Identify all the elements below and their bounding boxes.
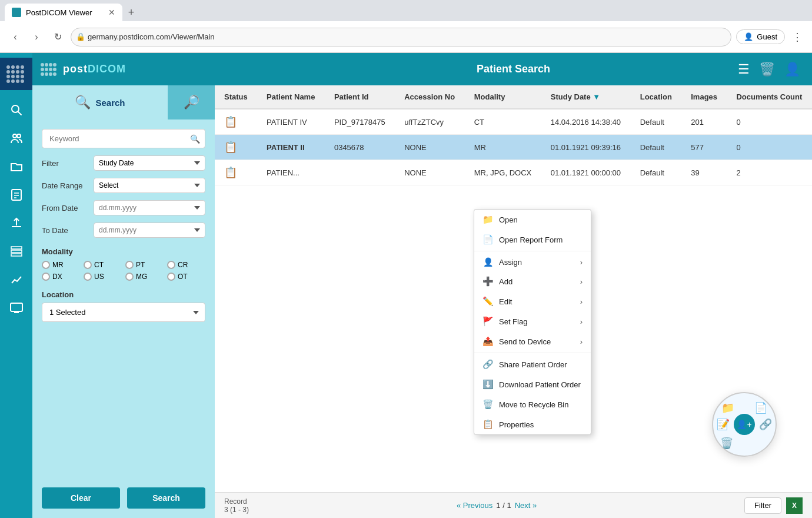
ctx-open-report[interactable]: 📄 Open Report Form	[474, 230, 591, 250]
ctx-assign-label: Assign	[499, 258, 522, 267]
browser-tab[interactable]: PostDICOM Viewer ✕	[5, 4, 122, 21]
table-footer: Record 3 (1 - 3) « Previous 1 / 1 Next »…	[215, 492, 812, 518]
tab-bar: PostDICOM Viewer ✕ +	[0, 0, 812, 21]
header-delete-icon[interactable]: 🗑️	[759, 62, 775, 77]
search-tab-icon: 🔍	[75, 95, 91, 110]
sidebar-list-icon[interactable]	[4, 238, 29, 264]
pagination: « Previous 1 / 1 Next »	[457, 501, 537, 510]
table-row[interactable]: 📋 PATIENT IV PID_97178475 uffTzZTCvy CT …	[215, 109, 812, 135]
reload-btn[interactable]: ↻	[49, 29, 66, 45]
col-patient-id[interactable]: Patient Id	[325, 85, 395, 109]
more-options-btn[interactable]: ⋮	[790, 28, 805, 46]
filter-row: Filter Study Date Study Date Upload Date	[42, 155, 205, 171]
cell-documents: 0	[727, 135, 812, 160]
modality-mr-radio[interactable]	[42, 261, 50, 269]
cell-accession-no: uffTzZTCvy	[395, 109, 465, 135]
back-btn[interactable]: ‹	[7, 29, 24, 45]
ctx-add[interactable]: ➕ Add ›	[474, 271, 591, 291]
ctx-open-report-label: Open Report Form	[499, 235, 563, 244]
date-range-label: Date Range	[42, 181, 89, 190]
sidebar-users-icon[interactable]	[4, 125, 29, 151]
wheel-share-icon[interactable]: 🔗	[759, 418, 772, 431]
wheel-delete-icon[interactable]: 🗑️	[720, 437, 733, 450]
tab-favicon	[12, 8, 21, 17]
location-label: Location	[42, 290, 205, 299]
from-date-input[interactable]	[94, 200, 205, 215]
ctx-recycle[interactable]: 🗑️ Move to Recycle Bin	[474, 394, 591, 414]
clear-button[interactable]: Clear	[42, 487, 120, 509]
patient-table: Status Patient Name Patient Id Accession…	[215, 85, 812, 185]
lock-icon: 🔒	[76, 32, 85, 41]
col-study-date[interactable]: Study Date ▼	[541, 85, 631, 109]
browser-nav: ‹ › ↻ 🔒 germany.postdicom.com/Viewer/Mai…	[0, 21, 812, 53]
sidebar-monitor-icon[interactable]	[4, 295, 29, 321]
modality-us-radio[interactable]	[84, 273, 92, 281]
sidebar-upload-icon[interactable]	[4, 210, 29, 236]
col-status: Status	[215, 85, 257, 109]
ctx-assign[interactable]: 👤 Assign ›	[474, 253, 591, 271]
excel-btn[interactable]: X	[786, 497, 803, 514]
keyword-search-icon[interactable]: 🔍	[190, 134, 200, 144]
ctx-share[interactable]: 🔗 Share Patient Order	[474, 354, 591, 374]
modality-ct-radio[interactable]	[84, 261, 92, 269]
ctx-flag-arrow: ›	[580, 317, 583, 326]
sidebar-analytics-icon[interactable]	[4, 267, 29, 293]
ctx-send-arrow: ›	[580, 337, 583, 346]
cell-modality: MR, JPG, DOCX	[465, 160, 541, 185]
ctx-share-label: Share Patient Order	[499, 360, 567, 369]
location-select[interactable]: 1 Selected	[42, 303, 205, 322]
tab-close-btn[interactable]: ✕	[108, 8, 115, 17]
col-patient-name[interactable]: Patient Name	[257, 85, 325, 109]
next-btn[interactable]: Next »	[515, 501, 537, 510]
cell-patient-name: PATIENT II	[257, 135, 325, 160]
date-range-select[interactable]: Select Today Last Week	[94, 178, 205, 193]
header-list-icon[interactable]: ☰	[738, 62, 750, 77]
col-accession-no[interactable]: Accession No	[395, 85, 465, 109]
col-images[interactable]: Images	[681, 85, 727, 109]
table-row[interactable]: 📋 PATIENT II 0345678 NONE MR 01.01.1921 …	[215, 135, 812, 160]
filter-btn[interactable]: Filter	[744, 497, 781, 514]
button-row: Clear Search	[42, 483, 205, 509]
sidebar-folder-icon[interactable]	[4, 154, 29, 180]
modality-mg-radio[interactable]	[125, 273, 134, 281]
ctx-open-report-icon: 📄	[482, 234, 493, 245]
to-date-input[interactable]	[94, 223, 205, 238]
modality-pt-radio[interactable]	[125, 261, 134, 269]
sidebar-search-icon[interactable]	[4, 97, 29, 123]
tab-advanced-search[interactable]: 🔎	[168, 85, 215, 119]
adv-search-icon: 🔎	[184, 95, 199, 110]
guest-btn[interactable]: 👤 Guest	[736, 29, 785, 44]
table-row[interactable]: 📋 PATIEN... NONE MR, JPG, DOCX 01.01.192…	[215, 160, 812, 185]
wheel-center-btn[interactable]: 👤+	[734, 414, 755, 435]
modality-cr-radio[interactable]	[167, 261, 175, 269]
ctx-open-label: Open	[499, 215, 518, 224]
ctx-set-flag[interactable]: 🚩 Set Flag ›	[474, 311, 591, 331]
keyword-input[interactable]	[47, 130, 190, 148]
filter-select[interactable]: Study Date Study Date Upload Date	[94, 155, 205, 171]
new-tab-btn[interactable]: +	[122, 4, 140, 21]
location-section: Location 1 Selected	[42, 288, 205, 322]
modality-dx-radio[interactable]	[42, 273, 50, 281]
icon-sidebar	[0, 53, 32, 518]
tab-patient-search[interactable]: 🔍 Search	[32, 85, 168, 119]
address-text[interactable]: germany.postdicom.com/Viewer/Main	[88, 32, 215, 41]
col-modality[interactable]: Modality	[465, 85, 541, 109]
col-location[interactable]: Location	[631, 85, 682, 109]
wheel-edit-icon[interactable]: 📝	[717, 418, 730, 431]
ctx-open[interactable]: 📁 Open	[474, 210, 591, 230]
wheel-folder-icon[interactable]: 📁	[721, 401, 734, 414]
modality-section: Modality MR CT PT CR DX US MG OT	[42, 245, 205, 281]
ctx-send-device[interactable]: 📤 Send to Device ›	[474, 331, 591, 351]
forward-btn[interactable]: ›	[28, 29, 45, 45]
header-user-icon[interactable]: 👤	[784, 62, 800, 77]
wheel-doc-icon[interactable]: 📄	[754, 401, 767, 414]
ctx-edit[interactable]: ✏️ Edit ›	[474, 291, 591, 311]
search-button[interactable]: Search	[127, 487, 205, 509]
cell-patient-id: 0345678	[325, 135, 395, 160]
col-documents[interactable]: Documents Count	[727, 85, 812, 109]
prev-btn[interactable]: « Previous	[457, 501, 492, 510]
sidebar-reports-icon[interactable]	[4, 182, 29, 208]
ctx-properties[interactable]: 📋 Properties	[474, 414, 591, 434]
ctx-download[interactable]: ⬇️ Download Patient Order	[474, 374, 591, 394]
modality-ot-radio[interactable]	[167, 273, 175, 281]
